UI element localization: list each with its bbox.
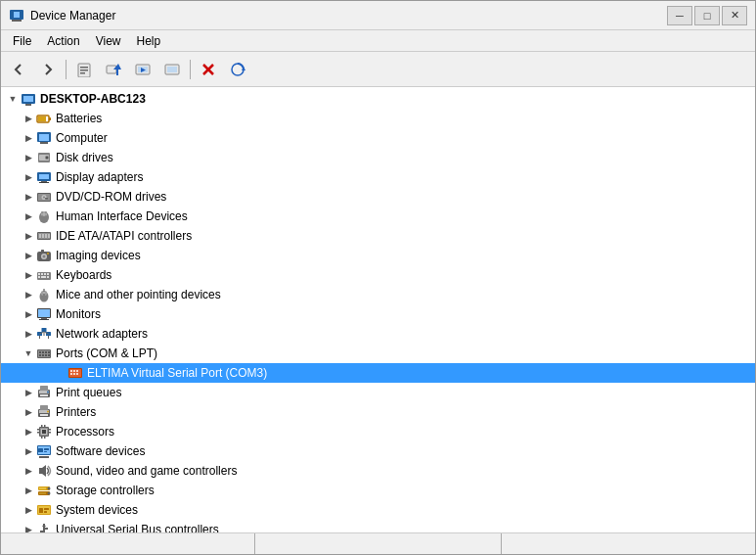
tree-item-print-queues[interactable]: Print queues xyxy=(1,383,755,402)
expand-root[interactable] xyxy=(5,91,21,107)
tree-item-storage-controllers[interactable]: Storage controllers xyxy=(1,481,755,500)
svg-rect-106 xyxy=(40,414,48,416)
close-button[interactable]: ✕ xyxy=(722,6,747,25)
menu-file[interactable]: File xyxy=(5,32,39,50)
expand-computer[interactable] xyxy=(21,130,36,146)
expand-processors[interactable] xyxy=(21,424,36,439)
status-bar xyxy=(1,532,755,554)
svg-point-95 xyxy=(70,373,72,375)
svg-rect-60 xyxy=(38,276,40,278)
tree-item-usb[interactable]: Universal Serial Bus controllers xyxy=(1,520,755,532)
tree-item-monitors[interactable]: Monitors xyxy=(1,304,755,324)
svg-point-83 xyxy=(42,351,44,353)
expand-printers[interactable] xyxy=(21,404,36,420)
expand-print-queues[interactable] xyxy=(21,385,36,400)
expand-hid[interactable] xyxy=(21,208,36,224)
svg-marker-126 xyxy=(39,465,46,477)
svg-rect-57 xyxy=(41,273,43,275)
menu-view[interactable]: View xyxy=(88,32,129,50)
ports-icon xyxy=(36,346,52,361)
expand-storage-controllers[interactable] xyxy=(21,483,36,498)
processors-label: Processors xyxy=(56,425,114,439)
tree-item-dvd-drives[interactable]: DVD/CD-ROM drives xyxy=(1,187,755,207)
tree-item-disk-drives[interactable]: Disk drives xyxy=(1,148,755,167)
tree-item-hid[interactable]: Human Interface Devices xyxy=(1,207,755,226)
expand-sound[interactable] xyxy=(21,463,36,479)
toolbar-enable-device-button[interactable] xyxy=(129,56,156,83)
tree-item-ide[interactable]: IDE ATA/ATAPI controllers xyxy=(1,226,755,246)
device-manager-window: Device Manager ─ □ ✕ File Action View He… xyxy=(0,0,756,555)
expand-usb[interactable] xyxy=(21,522,36,532)
svg-rect-99 xyxy=(40,386,48,391)
toolbar-properties-button[interactable] xyxy=(70,56,98,83)
sound-label: Sound, video and game controllers xyxy=(56,464,237,478)
menu-help[interactable]: Help xyxy=(129,32,169,50)
svg-rect-5 xyxy=(80,69,88,71)
tree-item-system-devices[interactable]: System devices xyxy=(1,500,755,520)
imaging-label: Imaging devices xyxy=(56,249,141,262)
ports-label: Ports (COM & LPT) xyxy=(56,347,157,360)
expand-mice[interactable] xyxy=(21,287,36,302)
tree-item-imaging[interactable]: Imaging devices xyxy=(1,246,755,265)
disk-drives-label: Disk drives xyxy=(56,151,113,164)
expand-disk-drives[interactable] xyxy=(21,150,36,165)
tree-item-eltima[interactable]: ELTIMA Virtual Serial Port (COM3) xyxy=(1,363,755,383)
tree-item-mice[interactable]: Mice and other pointing devices xyxy=(1,285,755,304)
expand-ide[interactable] xyxy=(21,228,36,244)
svg-rect-46 xyxy=(39,234,41,238)
tree-item-display-adapters[interactable]: Display adapters xyxy=(1,167,755,187)
tree-item-processors[interactable]: Processors xyxy=(1,422,755,441)
expand-network[interactable] xyxy=(21,326,36,342)
svg-point-88 xyxy=(45,354,47,356)
print-queues-label: Print queues xyxy=(56,386,121,399)
expand-monitors[interactable] xyxy=(21,306,36,322)
svg-point-96 xyxy=(73,373,75,375)
expand-ports[interactable] xyxy=(21,346,36,361)
toolbar-update-driver-button[interactable] xyxy=(100,56,127,83)
svg-rect-124 xyxy=(44,448,49,450)
network-icon xyxy=(36,326,52,342)
minimize-button[interactable]: ─ xyxy=(667,6,692,25)
tree-item-printers[interactable]: Printers xyxy=(1,402,755,422)
expand-system-devices[interactable] xyxy=(21,502,36,518)
svg-rect-137 xyxy=(44,511,47,513)
svg-rect-132 xyxy=(39,492,46,494)
hid-icon xyxy=(36,208,52,224)
svg-rect-117 xyxy=(44,425,46,427)
svg-rect-111 xyxy=(42,430,46,434)
svg-point-54 xyxy=(47,253,49,254)
svg-rect-69 xyxy=(38,309,50,317)
keyboards-icon xyxy=(36,267,52,283)
svg-rect-48 xyxy=(45,234,47,238)
eltima-icon xyxy=(67,365,83,381)
expand-software-devices[interactable] xyxy=(21,443,36,459)
expand-dvd-drives[interactable] xyxy=(21,189,36,205)
tree-item-network[interactable]: Network adapters xyxy=(1,324,755,344)
expand-keyboards[interactable] xyxy=(21,267,36,283)
monitors-label: Monitors xyxy=(56,307,101,321)
maximize-button[interactable]: □ xyxy=(694,6,720,25)
expand-display-adapters[interactable] xyxy=(21,169,36,185)
tree-root[interactable]: DESKTOP-ABC123 xyxy=(1,89,755,109)
tree-item-keyboards[interactable]: Keyboards xyxy=(1,265,755,285)
toolbar-uninstall-button[interactable] xyxy=(195,56,222,83)
expand-imaging[interactable] xyxy=(21,248,36,263)
tree-item-computer[interactable]: Computer xyxy=(1,128,755,148)
toolbar-disable-device-button[interactable] xyxy=(158,56,186,83)
menu-action[interactable]: Action xyxy=(39,32,87,50)
printers-label: Printers xyxy=(56,405,96,419)
toolbar-forward-button[interactable] xyxy=(34,56,62,83)
svg-rect-135 xyxy=(39,508,43,513)
svg-rect-114 xyxy=(49,429,51,431)
tree-item-software-devices[interactable]: Software devices xyxy=(1,441,755,461)
tree-item-batteries[interactable]: Batteries xyxy=(1,109,755,128)
tree-item-sound[interactable]: Sound, video and game controllers xyxy=(1,461,755,481)
expand-batteries[interactable] xyxy=(21,111,36,126)
toolbar-back-button[interactable] xyxy=(5,56,32,83)
display-adapters-label: Display adapters xyxy=(56,170,143,184)
svg-rect-6 xyxy=(80,72,85,74)
svg-point-38 xyxy=(43,197,45,199)
toolbar-scan-button[interactable] xyxy=(224,56,251,83)
tree-item-ports[interactable]: Ports (COM & LPT) xyxy=(1,344,755,363)
device-tree[interactable]: DESKTOP-ABC123 Batteries xyxy=(1,87,755,532)
